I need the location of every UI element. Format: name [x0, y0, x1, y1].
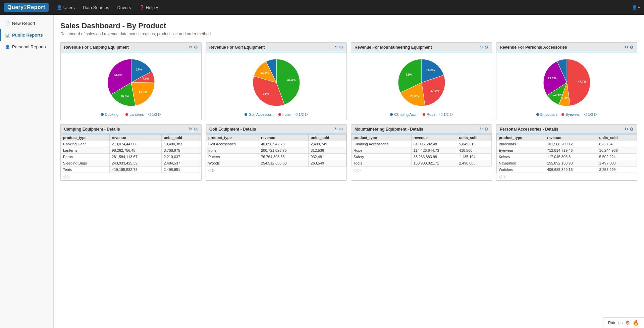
col-header: revenue — [259, 135, 309, 141]
svg-text:22.4%: 22.4% — [139, 91, 147, 94]
table-cell: 101,588,209.12 — [545, 141, 597, 147]
scroll-left-icon[interactable]: ◁ — [208, 168, 211, 173]
refresh-icon[interactable]: ↻ — [334, 127, 338, 132]
table-scroll-nav: ◁ ▷ — [496, 173, 637, 180]
table-row: Woods254,512,653.83263,549 — [206, 160, 346, 167]
nav-users[interactable]: 👤 Users — [57, 5, 75, 10]
legend-item[interactable]: Eyewear — [561, 112, 580, 116]
legend-item[interactable]: Lanterns — [125, 112, 144, 116]
table-cell: 130,900,021.71 — [411, 160, 457, 167]
nav-drivers[interactable]: Drivers — [117, 5, 131, 10]
scroll-left-icon[interactable]: ◁ — [353, 168, 356, 173]
footer-label: Rate Us — [608, 321, 623, 325]
prev-page-icon[interactable]: ◁ — [439, 112, 442, 116]
prev-page-icon[interactable]: ◁ — [584, 112, 587, 116]
tables-grid: Camping Equipment - Details ↻ ⚙ product_… — [60, 124, 637, 181]
nav-help[interactable]: ❓ Help ▾ — [139, 5, 159, 10]
table-header-row: product_typerevenueunits_sold — [352, 135, 492, 141]
scroll-right-icon[interactable]: ▷ — [212, 168, 215, 173]
refresh-icon[interactable]: ↻ — [625, 127, 628, 132]
legend-item[interactable]: Golf Accessor... — [245, 112, 274, 116]
next-page-icon[interactable]: ▷ — [158, 112, 161, 116]
card-actions[interactable]: ↻ ⚙ — [189, 127, 198, 132]
legend-item[interactable]: Rope — [423, 112, 435, 116]
brand-logo[interactable]: Query2Report — [4, 3, 49, 12]
legend-item[interactable]: Binoculars — [536, 112, 557, 116]
settings-icon[interactable]: ⚙ — [484, 45, 488, 50]
card-actions[interactable]: ↻ ⚙ — [334, 127, 343, 132]
legend-item[interactable]: Irons — [278, 112, 290, 116]
col-header: units_sold — [162, 135, 201, 141]
settings-icon[interactable]: ⚙ — [194, 45, 198, 50]
footer[interactable]: Rate Us ⚙ 🔥 — [603, 317, 644, 328]
card-actions[interactable]: ↻ ⚙ — [479, 45, 488, 50]
settings-icon[interactable]: ⚙ — [339, 45, 343, 50]
table-cell: 2,484,537 — [162, 160, 201, 167]
svg-text:47.7%: 47.7% — [578, 80, 586, 83]
scroll-right-icon[interactable]: ▷ — [503, 174, 506, 179]
card-actions[interactable]: ↻ ⚙ — [479, 127, 488, 132]
chart-card-camping: Revenue For Camping Equipment ↻ ⚙ 17%7.6… — [60, 42, 202, 120]
scroll-left-icon[interactable]: ◁ — [63, 174, 66, 179]
settings-icon[interactable]: ⚙ — [630, 45, 634, 50]
legend-item[interactable]: Climbing Acc... — [390, 112, 419, 116]
refresh-icon[interactable]: ↻ — [189, 45, 193, 50]
card-actions[interactable]: ↻ ⚙ — [625, 127, 634, 132]
table-cell: 712,814,719.46 — [545, 147, 597, 154]
scroll-right-icon[interactable]: ▷ — [358, 168, 361, 173]
nav-datasources[interactable]: Data Sources — [83, 5, 109, 10]
card-actions[interactable]: ↻ ⚙ — [189, 45, 198, 50]
user-icon: 👤 ▾ — [632, 5, 640, 10]
table-row: Lanterns98,262,756.453,708,975 — [61, 147, 201, 154]
col-header: product_type — [497, 135, 545, 141]
settings-icon[interactable]: ⚙ — [194, 127, 198, 132]
col-header: revenue — [411, 135, 457, 141]
refresh-icon[interactable]: ↻ — [479, 127, 483, 132]
pie-chart: 44.4%35%13.4% — [250, 56, 303, 109]
settings-icon[interactable]: ⚙ — [630, 127, 634, 132]
prev-page-icon[interactable]: ◁ — [148, 112, 151, 116]
table-cell: 3,258,299 — [597, 167, 637, 173]
table-cell: Climbing Accessories — [352, 141, 412, 147]
sidebar-item-public-reports[interactable]: 📊 Public Reports — [0, 29, 53, 41]
table-cell: 155,892,130.93 — [545, 160, 597, 167]
refresh-icon[interactable]: ↻ — [189, 127, 193, 132]
svg-text:7.8%: 7.8% — [562, 96, 569, 99]
refresh-icon[interactable]: ↻ — [334, 45, 338, 50]
svg-text:13.4%: 13.4% — [260, 71, 269, 75]
scroll-right-icon[interactable]: ▷ — [67, 174, 70, 179]
sidebar-item-new-report[interactable]: 📄 New Report — [0, 17, 53, 29]
table-cell: Sleeping Bags — [61, 160, 110, 167]
page-indicator: 1/3 — [588, 112, 593, 116]
chart-body: 44.4%35%13.4% Golf Accessor... Irons ◁ 1… — [206, 52, 346, 120]
scroll-left-icon[interactable]: ◁ — [498, 174, 501, 179]
next-page-icon[interactable]: ▷ — [594, 112, 597, 116]
table-wrapper: product_typerevenueunits_sold Climbing A… — [351, 134, 492, 174]
table-cell: 263,549 — [309, 160, 346, 167]
refresh-icon[interactable]: ↻ — [479, 45, 483, 50]
chart-card-golf: Revenue For Golf Equipment ↻ ⚙ 44.4%35%1… — [206, 42, 347, 120]
user-menu[interactable]: 👤 ▾ — [632, 5, 640, 10]
legend-item[interactable]: Cooking... — [101, 112, 122, 116]
table-cell: Safety — [352, 154, 412, 160]
table-row: Binoculars101,588,209.12823,734 — [497, 141, 637, 147]
sidebar-item-personal-reports[interactable]: 👤 Personal Reports — [0, 41, 53, 53]
table-cell: 823,734 — [597, 141, 637, 147]
table-cell: 312,536 — [309, 147, 346, 154]
table-cell: 3,708,975 — [162, 147, 201, 154]
settings-icon[interactable]: ⚙ — [339, 127, 343, 132]
card-actions[interactable]: ↻ ⚙ — [625, 45, 634, 50]
card-actions[interactable]: ↻ ⚙ — [334, 45, 343, 50]
table-wrapper: product_typerevenueunits_sold Binoculars… — [496, 134, 637, 180]
table-cell: 81,096,582.48 — [411, 141, 457, 147]
card-title: Revenue For Mountaineering Equipment — [355, 45, 432, 50]
prev-page-icon[interactable]: ◁ — [294, 112, 297, 116]
next-page-icon[interactable]: ▷ — [305, 112, 308, 116]
pie-legend: Cooking... Lanterns ◁ 1/3 ▷ — [101, 112, 161, 116]
refresh-icon[interactable]: ↻ — [625, 45, 628, 50]
next-page-icon[interactable]: ▷ — [450, 112, 453, 116]
chart-card-mountaineering: Revenue For Mountaineering Equipment ↻ ⚙… — [351, 42, 492, 120]
settings-icon[interactable]: ⚙ — [484, 127, 488, 132]
card-title: Revenue For Golf Equipment — [209, 45, 265, 50]
main-layout: 📄 New Report 📊 Public Reports 👤 Personal… — [0, 15, 644, 328]
